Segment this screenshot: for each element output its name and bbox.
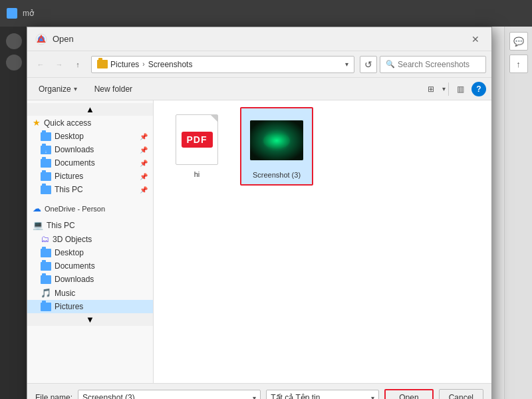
- scroll-up-indicator[interactable]: ▲: [27, 103, 153, 116]
- title-bar-left: Open: [35, 33, 74, 45]
- bottom-bar: File name: Screenshot (3) ▾ Tất cả Tệp t…: [27, 383, 491, 399]
- search-icon: 🔍: [386, 60, 395, 68]
- nav-bar: ← → ↑ Pictures › Screenshots ▾ ↺ 🔍: [27, 51, 491, 78]
- file-name-label: File name:: [35, 393, 72, 399]
- breadcrumb-dropdown-icon[interactable]: ▾: [345, 61, 348, 68]
- pane-button[interactable]: ▥: [452, 82, 469, 96]
- bg-app-title: mở: [23, 9, 34, 18]
- folder-icon-documents-pc: [41, 262, 51, 271]
- sidebar-item-desktop-pc[interactable]: Desktop: [27, 246, 153, 259]
- file-item-screenshot[interactable]: Screenshot (3): [240, 107, 313, 186]
- scroll-down-indicator[interactable]: ▼: [27, 313, 153, 326]
- breadcrumb-part-1: Pictures: [110, 60, 139, 69]
- close-button[interactable]: ✕: [467, 31, 483, 47]
- file-name-screenshot: Screenshot (3): [253, 171, 301, 179]
- main-content: ▲ ★ Quick access Desktop 📌 ↓: [27, 100, 491, 383]
- toolbar-separator: [448, 82, 449, 96]
- breadcrumb-folder-icon: [97, 60, 108, 68]
- file-thumbnail-hi: PDF: [170, 113, 223, 166]
- up-button[interactable]: ↑: [70, 57, 86, 72]
- sidebar-item-documents[interactable]: Documents 📌: [27, 156, 153, 170]
- toolbar: Organize ▾ New folder ⊞ ▾ ▥ ?: [27, 78, 491, 100]
- breadcrumb-bar[interactable]: Pictures › Screenshots ▾: [91, 56, 354, 73]
- pin-icon-documents: 📌: [140, 160, 148, 167]
- view-dropdown[interactable]: ▾: [442, 85, 446, 92]
- sidebar-item-downloads-quick[interactable]: ↓ Downloads 📌: [27, 143, 153, 156]
- sidebar-item-downloads-pc[interactable]: Downloads: [27, 273, 153, 286]
- folder-icon-desktop: [41, 132, 51, 141]
- star-icon: ★: [33, 118, 41, 128]
- right-panel: 💬 ↑: [504, 27, 532, 399]
- folder-icon-this-pc: [41, 186, 51, 194]
- view-button[interactable]: ⊞: [422, 82, 440, 96]
- folder-icon-downloads-pc: [41, 275, 51, 284]
- file-item-hi[interactable]: PDF hi: [160, 107, 233, 186]
- sidebar-item-3d-objects[interactable]: 🗂 3D Objects: [27, 232, 153, 246]
- pin-icon-desktop: 📌: [140, 133, 148, 140]
- folder-icon-downloads-quick: ↓: [41, 146, 51, 154]
- open-button[interactable]: Open: [384, 389, 433, 399]
- sidebar-item-onedrive[interactable]: ☁ OneDrive - Person: [27, 201, 153, 215]
- sidebar-item-quick-access[interactable]: ★ Quick access: [27, 116, 153, 130]
- folder-icon-pictures-pc: [41, 303, 51, 311]
- organize-button[interactable]: Organize ▾: [33, 82, 83, 96]
- new-folder-button[interactable]: New folder: [88, 82, 138, 96]
- help-button[interactable]: ?: [471, 82, 486, 96]
- sidebar-item-music[interactable]: 🎵 Music: [27, 286, 153, 300]
- folder-icon-pictures: [41, 172, 51, 181]
- folder-3d-icon: 🗂: [41, 234, 49, 244]
- screenshot-glow: [263, 132, 290, 149]
- toolbar-right: ⊞ ▾ ▥ ?: [422, 82, 486, 96]
- nav-tree: ▲ ★ Quick access Desktop 📌 ↓: [27, 100, 154, 383]
- file-name-input[interactable]: Screenshot (3) ▾: [78, 390, 261, 399]
- back-button[interactable]: ←: [33, 57, 49, 72]
- sidebar-item-desktop[interactable]: Desktop 📌: [27, 130, 153, 143]
- pc-icon: 💻: [33, 220, 43, 230]
- organize-dropdown-icon: ▾: [74, 85, 77, 92]
- refresh-button[interactable]: ↺: [360, 56, 377, 73]
- sidebar-item-this-pc[interactable]: 💻 This PC: [27, 218, 153, 232]
- bottom-buttons: Open Cancel: [384, 389, 483, 399]
- dialog-title: Open: [53, 34, 74, 44]
- cancel-button[interactable]: Cancel: [439, 389, 483, 399]
- file-name-dropdown[interactable]: ▾: [253, 394, 256, 400]
- music-icon: 🎵: [41, 288, 51, 298]
- right-panel-icon-1[interactable]: 💬: [509, 32, 528, 51]
- pdf-badge: PDF: [182, 132, 213, 148]
- dialog-app-icon: [35, 33, 47, 45]
- select-chevron-icon: ▾: [371, 394, 374, 400]
- sidebar-item-this-pc-quick[interactable]: This PC 📌: [27, 183, 153, 196]
- dialog-box: Open ✕ ← → ↑ Pictures › Screenshots ▾ ↺ …: [27, 27, 492, 399]
- sidebar-item-documents-pc[interactable]: Documents: [27, 259, 153, 273]
- title-bar: Open ✕: [27, 27, 491, 51]
- pin-icon-downloads: 📌: [140, 146, 148, 154]
- sidebar-item-pictures[interactable]: Pictures 📌: [27, 170, 153, 183]
- breadcrumb-sep-1: ›: [142, 61, 144, 68]
- bg-app-icon: [7, 8, 17, 19]
- search-input[interactable]: [398, 60, 480, 69]
- search-bar[interactable]: 🔍: [380, 56, 486, 73]
- folder-icon-desktop-pc: [41, 249, 51, 257]
- cloud-icon: ☁: [33, 203, 41, 213]
- folder-icon-documents: [41, 159, 51, 168]
- file-thumbnail-screenshot: [250, 114, 303, 167]
- sidebar-item-pictures-pc[interactable]: Pictures: [27, 300, 153, 313]
- pin-icon-this-pc: 📌: [140, 186, 148, 194]
- forward-button[interactable]: →: [51, 57, 67, 72]
- file-name-value: Screenshot (3): [82, 393, 135, 399]
- right-panel-icon-2[interactable]: ↑: [509, 55, 528, 73]
- pin-icon-pictures: 📌: [140, 173, 148, 180]
- open-dialog: Open ✕ ← → ↑ Pictures › Screenshots ▾ ↺ …: [20, 20, 475, 392]
- file-type-select[interactable]: Tất cả Tệp tin ▾: [266, 390, 379, 399]
- pdf-icon: PDF: [176, 114, 218, 165]
- file-name-hi: hi: [194, 170, 200, 178]
- spacer-1: [27, 196, 153, 201]
- breadcrumb-part-2: Screenshots: [148, 60, 193, 69]
- screenshot-image: [250, 120, 303, 160]
- file-area[interactable]: PDF hi Screenshot (3): [154, 100, 491, 383]
